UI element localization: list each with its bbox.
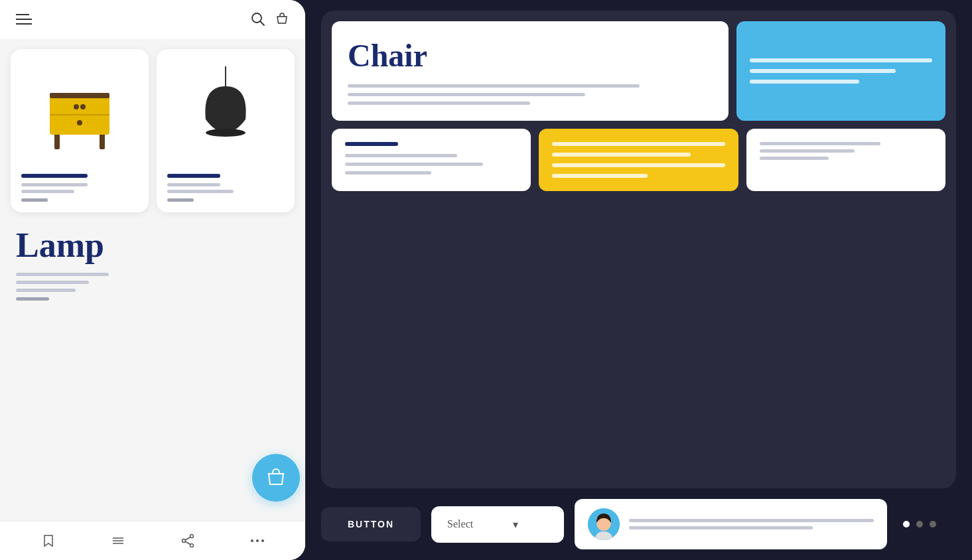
profile-name-bar <box>629 519 874 522</box>
cards-row <box>11 49 295 212</box>
dresser-title-bar <box>21 174 88 178</box>
lamp-card[interactable] <box>157 49 295 212</box>
svg-point-20 <box>251 539 253 542</box>
profile-card <box>575 499 887 549</box>
header-icons <box>251 12 289 27</box>
chair-desc-bars <box>348 84 713 105</box>
svg-rect-9 <box>50 93 109 98</box>
chair-bar-2 <box>348 93 585 96</box>
share-icon <box>180 533 195 548</box>
nav-bookmark[interactable] <box>41 533 56 548</box>
svg-point-11 <box>206 129 245 137</box>
dot-3[interactable] <box>930 521 936 527</box>
yellow-bar-2 <box>552 153 690 157</box>
svg-point-22 <box>261 539 264 542</box>
dot-1[interactable] <box>903 521 910 527</box>
yellow-bar-3 <box>552 163 725 167</box>
svg-line-19 <box>185 541 190 545</box>
dresser-image <box>21 60 138 166</box>
svg-point-16 <box>182 539 185 543</box>
lamp-desc-bars <box>16 273 289 292</box>
lamp-desc-1 <box>16 273 109 276</box>
svg-line-18 <box>185 537 190 541</box>
profile-info <box>629 519 874 529</box>
nav-list[interactable] <box>111 533 125 548</box>
phone-header <box>0 0 305 38</box>
phone-mockup: Lamp <box>0 0 305 560</box>
floating-bag-button[interactable] <box>252 454 300 502</box>
avatar-image <box>588 508 620 540</box>
bag-icon[interactable] <box>275 12 289 27</box>
chair-title: Chair <box>348 37 713 74</box>
chair-card: Chair <box>332 21 729 121</box>
svg-line-1 <box>260 21 264 25</box>
svg-rect-2 <box>54 133 60 149</box>
yellow-bar-1 <box>552 142 725 146</box>
svg-point-8 <box>77 120 82 125</box>
br-bar-1 <box>760 142 880 145</box>
dresser-subtitle-2 <box>21 190 74 193</box>
svg-point-15 <box>190 535 193 538</box>
br-bar-3 <box>760 157 829 160</box>
blue-bar-2 <box>750 69 896 73</box>
svg-point-7 <box>80 104 86 109</box>
dot-2[interactable] <box>916 521 923 527</box>
list-icon <box>111 533 125 548</box>
more-icon <box>250 539 265 543</box>
bottom-cards-row <box>332 129 945 191</box>
lamp-section: Lamp <box>11 226 295 301</box>
main-panel: Chair <box>321 11 956 488</box>
content-right: Chair <box>305 0 972 560</box>
svg-point-17 <box>190 544 193 547</box>
blue-bar-1 <box>750 58 932 62</box>
bookmark-icon <box>41 533 56 548</box>
dresser-card[interactable] <box>11 49 149 212</box>
svg-rect-3 <box>100 133 105 149</box>
nav-share[interactable] <box>180 533 195 548</box>
menu-icon[interactable] <box>16 14 32 25</box>
select-placeholder: Select <box>447 518 473 530</box>
bl-bar-2 <box>345 163 483 166</box>
dresser-svg <box>40 73 119 153</box>
primary-button[interactable]: BUTTON <box>321 507 421 541</box>
svg-point-21 <box>256 539 259 542</box>
chair-bar-1 <box>348 84 640 88</box>
bottom-left-card <box>332 129 531 191</box>
lamp-image <box>167 60 284 166</box>
lamp-svg <box>196 66 255 159</box>
bottom-controls: BUTTON Select ▾ <box>321 499 956 549</box>
svg-rect-5 <box>50 114 109 115</box>
br-bar-2 <box>760 149 855 153</box>
lamp-title-bar <box>167 174 220 178</box>
lamp-section-tag <box>16 297 49 301</box>
lamp-desc-2 <box>16 281 89 284</box>
bottom-nav <box>0 521 305 560</box>
lamp-subtitle-1 <box>167 183 220 186</box>
nav-more[interactable] <box>250 539 265 543</box>
bl-bar-3 <box>345 171 431 175</box>
dresser-subtitle-1 <box>21 183 88 186</box>
chair-bar-3 <box>348 102 530 105</box>
lamp-desc-3 <box>16 289 76 292</box>
dresser-tag <box>21 198 48 202</box>
top-cards-row: Chair <box>332 21 945 121</box>
yellow-feature-card <box>539 129 738 191</box>
phone-product-area: Lamp <box>0 38 305 311</box>
bottom-left-desc <box>345 154 518 175</box>
lamp-subtitle-2 <box>167 190 234 193</box>
lamp-tag <box>167 198 194 202</box>
avatar <box>588 508 620 540</box>
yellow-bar-4 <box>552 174 647 178</box>
lamp-title: Lamp <box>16 226 289 265</box>
select-dropdown[interactable]: Select ▾ <box>431 506 564 543</box>
chevron-down-icon: ▾ <box>513 518 518 531</box>
bl-bar-1 <box>345 154 457 157</box>
bottom-right-card <box>746 129 945 191</box>
svg-point-6 <box>74 104 79 109</box>
floating-bag-icon <box>265 467 287 488</box>
blue-bar-3 <box>750 80 859 84</box>
search-icon[interactable] <box>251 12 265 27</box>
dots-row <box>898 521 956 527</box>
profile-subtitle-bar <box>629 526 813 529</box>
blue-feature-card <box>736 21 945 121</box>
